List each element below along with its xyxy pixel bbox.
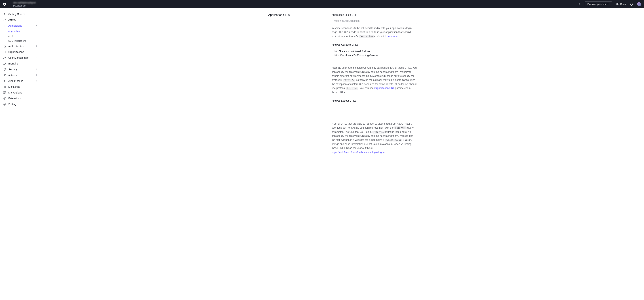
docs-label: Docs: [620, 3, 626, 6]
header-divider: [10, 2, 10, 6]
flow-icon: [3, 74, 6, 77]
code-snippet: *.google.com: [385, 139, 402, 141]
main-content: Application URIs Application Login URI I…: [41, 8, 644, 300]
svg-line-1: [580, 5, 580, 5]
section-title: Application URIs: [268, 14, 324, 17]
learn-more-link[interactable]: Learn more: [385, 35, 398, 38]
top-header: dev-xqf3dpbnvp9grwt Development Discuss …: [0, 0, 644, 8]
sidebar-item-branding[interactable]: Branding: [0, 61, 41, 67]
sidebar-item-auth-pipeline[interactable]: Auth Pipeline: [0, 78, 41, 84]
building-icon: [3, 51, 6, 54]
sidebar-item-label: Monitoring: [8, 85, 20, 88]
svg-point-19: [4, 97, 6, 99]
field-allowed-logout-urls: Allowed Logout URLs A set of URLs that a…: [332, 99, 417, 154]
sidebar-item-security[interactable]: Security: [0, 67, 41, 72]
lightning-icon: [3, 13, 6, 16]
svg-rect-14: [4, 86, 5, 88]
avatar[interactable]: [637, 2, 641, 6]
chart-icon: [3, 85, 6, 88]
docs-link[interactable]: Docs: [616, 3, 626, 6]
sidebar-item-label: Settings: [8, 103, 18, 106]
help-text: After the user authenticates we will onl…: [332, 66, 417, 94]
svg-point-20: [4, 98, 5, 99]
sidebar-subitem-apis[interactable]: APIs: [0, 34, 41, 38]
brush-icon: [3, 62, 6, 65]
sidebar-item-applications[interactable]: Applications: [0, 23, 41, 29]
sidebar-item-label: Applications: [8, 24, 22, 27]
sidebar-item-label: Security: [8, 68, 18, 71]
sidebar-item-extensions[interactable]: Extensions: [0, 96, 41, 101]
svg-point-11: [4, 57, 5, 58]
svg-rect-2: [4, 25, 4, 25]
allowed-logout-urls-input[interactable]: [332, 104, 417, 119]
chevron-right-icon: [36, 68, 38, 71]
users-icon: [3, 56, 6, 59]
chevron-right-icon: [36, 80, 38, 82]
chevron-right-icon: [36, 74, 38, 77]
help-text: A set of URLs that are valid to redirect…: [332, 122, 417, 154]
code-snippet: returnTo: [394, 126, 406, 129]
svg-rect-18: [4, 93, 4, 94]
field-allowed-callback-urls: Allowed Callback URLs After the user aut…: [332, 43, 417, 94]
code-snippet: returnTo: [372, 131, 385, 134]
svg-rect-17: [5, 92, 6, 92]
sidebar-item-label: User Management: [8, 56, 29, 59]
svg-rect-4: [4, 26, 4, 26]
allowed-callback-urls-input[interactable]: [332, 48, 417, 63]
sidebar-item-actions[interactable]: Actions: [0, 72, 41, 78]
sidebar-subitem-applications[interactable]: Applications: [0, 29, 41, 34]
chevron-down-icon[interactable]: [37, 3, 39, 6]
sidebar-subitem-sso[interactable]: SSO Integrations: [0, 38, 41, 43]
help-text: In some scenarios, Auth0 will need to re…: [332, 26, 417, 38]
bell-icon[interactable]: [630, 3, 633, 6]
svg-point-21: [4, 104, 5, 105]
activity-icon: [3, 19, 6, 21]
gear-icon: [3, 103, 6, 106]
puzzle-icon: [3, 97, 6, 100]
sidebar-item-label: Branding: [8, 62, 18, 65]
search-icon[interactable]: [578, 3, 581, 6]
field-label: Allowed Callback URLs: [332, 43, 417, 46]
grid-icon: [3, 91, 6, 94]
sidebar-item-label: Getting Started: [8, 13, 25, 16]
sidebar-item-label: Activity: [8, 19, 16, 21]
logout-docs-link[interactable]: https://auth0.com/docs/authenticate/logi…: [332, 151, 385, 154]
chevron-down-icon: [36, 24, 38, 27]
sidebar-item-label: Actions: [8, 74, 17, 77]
sidebar-item-activity[interactable]: Activity: [0, 17, 41, 23]
sidebar-item-organizations[interactable]: Organizations: [0, 49, 41, 55]
svg-rect-15: [5, 86, 6, 88]
code-snippet: /authorize: [359, 35, 374, 38]
tenant-selector[interactable]: dev-xqf3dpbnvp9grwt Development: [13, 1, 36, 7]
shield-icon: [3, 68, 6, 71]
code-snippet: https://: [346, 87, 358, 90]
sidebar-item-label: Authentication: [8, 45, 24, 48]
sidebar-item-monitoring[interactable]: Monitoring: [0, 84, 41, 90]
chevron-right-icon: [36, 45, 38, 48]
field-application-login-uri: Application Login URI In some scenarios,…: [332, 14, 417, 38]
chevron-right-icon: [36, 85, 38, 88]
sidebar-item-label: Organizations: [8, 51, 24, 54]
sidebar-item-settings[interactable]: Settings: [0, 101, 41, 107]
tenant-name: dev-xqf3dpbnvp9grwt: [13, 1, 36, 4]
field-label: Allowed Logout URLs: [332, 99, 417, 102]
svg-rect-16: [4, 92, 4, 92]
organization-url-link[interactable]: Organization URL: [374, 87, 394, 90]
sidebar-item-getting-started[interactable]: Getting Started: [0, 11, 41, 17]
sidebar-item-authentication[interactable]: Authentication: [0, 43, 41, 49]
chevron-right-icon: [36, 56, 38, 59]
applications-icon: [3, 24, 6, 27]
svg-rect-13: [4, 87, 4, 88]
lock-icon: [3, 45, 6, 48]
svg-rect-3: [5, 25, 6, 25]
logo-icon[interactable]: [3, 2, 6, 6]
code-snippet: https://: [343, 79, 355, 82]
sidebar-item-marketplace[interactable]: Marketplace: [0, 90, 41, 96]
discuss-needs-button[interactable]: Discuss your needs: [585, 2, 612, 7]
application-login-uri-input[interactable]: [332, 18, 417, 24]
sidebar-item-user-management[interactable]: User Management: [0, 55, 41, 61]
book-icon: [616, 3, 619, 6]
sidebar: Getting Started Activity Applications Ap…: [0, 8, 41, 300]
tenant-environment: Development: [13, 5, 36, 7]
sidebar-item-label: Auth Pipeline: [8, 80, 23, 82]
